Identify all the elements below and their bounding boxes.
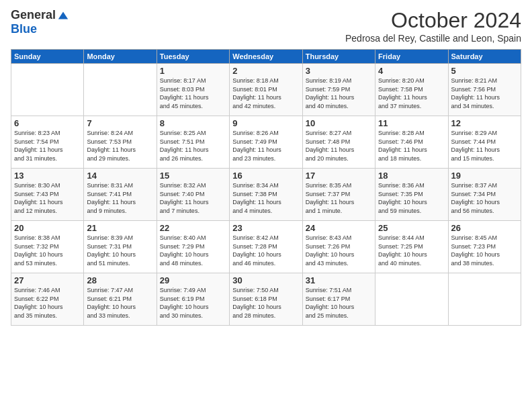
calendar-cell: 25Sunrise: 8:44 AM Sunset: 7:25 PM Dayli…: [375, 221, 448, 273]
week-row-2: 13Sunrise: 8:30 AM Sunset: 7:43 PM Dayli…: [11, 169, 521, 221]
month-title: October 2024: [345, 8, 521, 33]
logo-blue: Blue: [11, 22, 37, 36]
weekday-header-friday: Friday: [375, 50, 448, 64]
day-info: Sunrise: 8:24 AM Sunset: 7:53 PM Dayligh…: [87, 129, 153, 163]
day-info: Sunrise: 8:20 AM Sunset: 7:58 PM Dayligh…: [378, 77, 445, 110]
day-info: Sunrise: 7:51 AM Sunset: 6:17 PM Dayligh…: [306, 286, 372, 320]
calendar-cell: 9Sunrise: 8:26 AM Sunset: 7:49 PM Daylig…: [230, 116, 302, 169]
day-number: 21: [87, 223, 153, 233]
day-number: 31: [306, 275, 372, 285]
day-number: 16: [232, 171, 299, 181]
page-container: General Blue October 2024 Pedrosa del Re…: [0, 0, 532, 411]
day-info: Sunrise: 8:26 AM Sunset: 7:49 PM Dayligh…: [232, 129, 299, 163]
calendar-cell: 10Sunrise: 8:27 AM Sunset: 7:48 PM Dayli…: [302, 116, 375, 169]
calendar: SundayMondayTuesdayWednesdayThursdayFrid…: [11, 49, 521, 326]
day-number: 19: [451, 171, 518, 181]
day-info: Sunrise: 8:23 AM Sunset: 7:54 PM Dayligh…: [14, 129, 81, 163]
calendar-cell: 22Sunrise: 8:40 AM Sunset: 7:29 PM Dayli…: [157, 221, 229, 273]
day-info: Sunrise: 8:38 AM Sunset: 7:32 PM Dayligh…: [14, 234, 81, 267]
day-number: 20: [14, 223, 81, 233]
day-number: 5: [451, 66, 518, 76]
calendar-cell: 17Sunrise: 8:35 AM Sunset: 7:37 PM Dayli…: [302, 169, 375, 221]
calendar-cell: 1Sunrise: 8:17 AM Sunset: 8:03 PM Daylig…: [157, 64, 229, 116]
day-info: Sunrise: 8:29 AM Sunset: 7:44 PM Dayligh…: [451, 129, 518, 163]
calendar-cell: 12Sunrise: 8:29 AM Sunset: 7:44 PM Dayli…: [448, 116, 521, 169]
calendar-cell: 28Sunrise: 7:47 AM Sunset: 6:21 PM Dayli…: [84, 273, 157, 326]
calendar-header: SundayMondayTuesdayWednesdayThursdayFrid…: [11, 50, 521, 64]
calendar-cell: 21Sunrise: 8:39 AM Sunset: 7:31 PM Dayli…: [84, 221, 157, 273]
logo: General Blue: [11, 8, 69, 36]
day-number: 3: [306, 66, 372, 76]
day-info: Sunrise: 8:35 AM Sunset: 7:37 PM Dayligh…: [306, 181, 372, 215]
calendar-body: 1Sunrise: 8:17 AM Sunset: 8:03 PM Daylig…: [11, 64, 521, 326]
calendar-cell: 3Sunrise: 8:19 AM Sunset: 7:59 PM Daylig…: [302, 64, 375, 116]
day-info: Sunrise: 8:34 AM Sunset: 7:38 PM Dayligh…: [232, 181, 299, 215]
day-number: 27: [14, 275, 81, 285]
calendar-cell: 19Sunrise: 8:37 AM Sunset: 7:34 PM Dayli…: [448, 169, 521, 221]
day-info: Sunrise: 7:46 AM Sunset: 6:22 PM Dayligh…: [14, 286, 81, 320]
day-info: Sunrise: 8:19 AM Sunset: 7:59 PM Dayligh…: [306, 77, 372, 110]
day-info: Sunrise: 8:32 AM Sunset: 7:40 PM Dayligh…: [160, 181, 226, 215]
day-number: 8: [160, 118, 226, 128]
day-number: 25: [378, 223, 445, 233]
day-number: 23: [232, 223, 299, 233]
calendar-cell: 8Sunrise: 8:25 AM Sunset: 7:51 PM Daylig…: [157, 116, 229, 169]
calendar-cell: [84, 64, 157, 116]
calendar-cell: 11Sunrise: 8:28 AM Sunset: 7:46 PM Dayli…: [375, 116, 448, 169]
weekday-header-thursday: Thursday: [302, 50, 375, 64]
day-info: Sunrise: 8:43 AM Sunset: 7:26 PM Dayligh…: [306, 234, 372, 267]
calendar-cell: 30Sunrise: 7:50 AM Sunset: 6:18 PM Dayli…: [230, 273, 302, 326]
day-info: Sunrise: 7:47 AM Sunset: 6:21 PM Dayligh…: [87, 286, 153, 320]
calendar-cell: 26Sunrise: 8:45 AM Sunset: 7:23 PM Dayli…: [448, 221, 521, 273]
calendar-cell: 29Sunrise: 7:49 AM Sunset: 6:19 PM Dayli…: [157, 273, 229, 326]
day-info: Sunrise: 8:40 AM Sunset: 7:29 PM Dayligh…: [160, 234, 226, 267]
day-number: 6: [14, 118, 81, 128]
calendar-cell: 27Sunrise: 7:46 AM Sunset: 6:22 PM Dayli…: [11, 273, 84, 326]
day-info: Sunrise: 8:21 AM Sunset: 7:56 PM Dayligh…: [451, 77, 518, 110]
day-number: 30: [232, 275, 299, 285]
weekday-header-wednesday: Wednesday: [230, 50, 302, 64]
weekday-header-sunday: Sunday: [11, 50, 84, 64]
calendar-cell: 2Sunrise: 8:18 AM Sunset: 8:01 PM Daylig…: [230, 64, 302, 116]
weekday-header-tuesday: Tuesday: [157, 50, 229, 64]
day-number: 17: [306, 171, 372, 181]
day-info: Sunrise: 8:18 AM Sunset: 8:01 PM Dayligh…: [232, 77, 299, 110]
day-info: Sunrise: 8:42 AM Sunset: 7:28 PM Dayligh…: [232, 234, 299, 267]
calendar-cell: 6Sunrise: 8:23 AM Sunset: 7:54 PM Daylig…: [11, 116, 84, 169]
day-number: 4: [378, 66, 445, 76]
calendar-cell: 16Sunrise: 8:34 AM Sunset: 7:38 PM Dayli…: [230, 169, 302, 221]
day-number: 1: [160, 66, 226, 76]
calendar-cell: [11, 64, 84, 116]
calendar-cell: 31Sunrise: 7:51 AM Sunset: 6:17 PM Dayli…: [302, 273, 375, 326]
week-row-3: 20Sunrise: 8:38 AM Sunset: 7:32 PM Dayli…: [11, 221, 521, 273]
day-number: 26: [451, 223, 518, 233]
day-number: 10: [306, 118, 372, 128]
day-info: Sunrise: 8:30 AM Sunset: 7:43 PM Dayligh…: [14, 181, 81, 215]
week-row-0: 1Sunrise: 8:17 AM Sunset: 8:03 PM Daylig…: [11, 64, 521, 116]
day-number: 18: [378, 171, 445, 181]
day-info: Sunrise: 8:37 AM Sunset: 7:34 PM Dayligh…: [451, 181, 518, 215]
day-number: 14: [87, 171, 153, 181]
day-number: 15: [160, 171, 226, 181]
week-row-1: 6Sunrise: 8:23 AM Sunset: 7:54 PM Daylig…: [11, 116, 521, 169]
calendar-cell: 24Sunrise: 8:43 AM Sunset: 7:26 PM Dayli…: [302, 221, 375, 273]
svg-marker-0: [58, 11, 68, 19]
weekday-header-monday: Monday: [84, 50, 157, 64]
day-number: 24: [306, 223, 372, 233]
logo-text: General: [11, 8, 69, 22]
calendar-cell: [375, 273, 448, 326]
calendar-cell: 5Sunrise: 8:21 AM Sunset: 7:56 PM Daylig…: [448, 64, 521, 116]
logo-general: General: [11, 8, 56, 22]
calendar-cell: [448, 273, 521, 326]
day-info: Sunrise: 8:28 AM Sunset: 7:46 PM Dayligh…: [378, 129, 445, 163]
calendar-cell: 14Sunrise: 8:31 AM Sunset: 7:41 PM Dayli…: [84, 169, 157, 221]
day-number: 13: [14, 171, 81, 181]
calendar-cell: 20Sunrise: 8:38 AM Sunset: 7:32 PM Dayli…: [11, 221, 84, 273]
calendar-cell: 23Sunrise: 8:42 AM Sunset: 7:28 PM Dayli…: [230, 221, 302, 273]
week-row-4: 27Sunrise: 7:46 AM Sunset: 6:22 PM Dayli…: [11, 273, 521, 326]
calendar-cell: 18Sunrise: 8:36 AM Sunset: 7:35 PM Dayli…: [375, 169, 448, 221]
day-number: 28: [87, 275, 153, 285]
day-info: Sunrise: 8:17 AM Sunset: 8:03 PM Dayligh…: [160, 77, 226, 110]
day-info: Sunrise: 8:27 AM Sunset: 7:48 PM Dayligh…: [306, 129, 372, 163]
header: General Blue October 2024 Pedrosa del Re…: [11, 8, 521, 44]
